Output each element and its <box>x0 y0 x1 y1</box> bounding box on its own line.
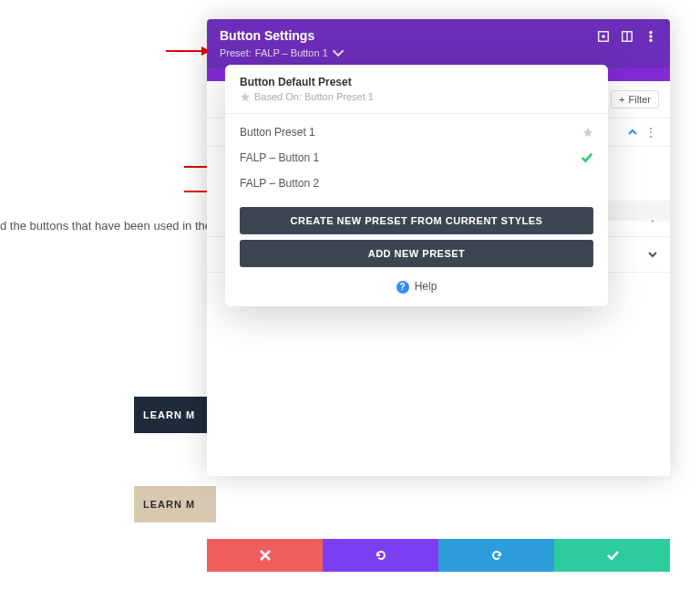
bg-button-tan[interactable]: LEARN M <box>134 486 216 522</box>
default-preset-title: Button Default Preset <box>240 76 593 88</box>
panel-header: Button Settings Preset: FALP – Button 1 <box>207 19 670 68</box>
chevron-down-icon <box>648 250 657 259</box>
svg-point-4 <box>650 31 653 34</box>
preset-item[interactable]: FALP – Button 1 <box>225 145 608 171</box>
kebab-menu-icon[interactable]: ⋮ <box>644 128 657 137</box>
panel-title: Button Settings <box>220 28 345 43</box>
chevron-up-icon[interactable] <box>628 128 637 137</box>
preset-item-label: FALP – Button 1 <box>240 151 319 164</box>
bg-description: d the buttons that have been used in the… <box>0 219 218 233</box>
cancel-button[interactable] <box>207 539 323 572</box>
help-link[interactable]: ?Help <box>225 267 608 297</box>
kebab-menu-icon[interactable] <box>644 30 657 43</box>
redo-button[interactable] <box>438 539 554 572</box>
preset-item[interactable]: FALP – Button 2 <box>225 171 608 196</box>
action-bar <box>207 539 670 572</box>
check-icon <box>605 548 620 563</box>
save-button[interactable] <box>554 539 670 572</box>
filter-label: Filter <box>629 94 651 105</box>
help-label: Help <box>415 280 438 293</box>
check-icon <box>581 151 593 164</box>
undo-button[interactable] <box>323 539 438 572</box>
preset-item-label: Button Preset 1 <box>240 126 315 139</box>
preset-prefix: Preset: <box>220 47 252 58</box>
preset-dropdown: Button Default Preset Based On: Button P… <box>225 65 608 306</box>
arrow-icon <box>166 50 210 52</box>
expand-icon[interactable] <box>597 30 610 43</box>
svg-point-6 <box>650 39 653 42</box>
create-preset-button[interactable]: CREATE NEW PRESET FROM CURRENT STYLES <box>240 207 593 234</box>
star-icon <box>240 91 251 102</box>
based-on-label: Based On: Button Preset 1 <box>254 91 374 102</box>
preset-selector[interactable]: Preset: FALP – Button 1 <box>220 47 345 59</box>
preset-name: FALP – Button 1 <box>255 47 328 58</box>
undo-icon <box>374 548 388 563</box>
bg-button-dark[interactable]: LEARN M <box>134 397 216 433</box>
grey-strip <box>597 201 670 221</box>
star-icon <box>582 127 593 138</box>
redo-icon <box>489 548 504 563</box>
close-icon <box>258 548 273 563</box>
default-preset-section[interactable]: Button Default Preset Based On: Button P… <box>225 65 608 114</box>
plus-icon: + <box>619 94 624 105</box>
help-icon: ? <box>396 281 409 294</box>
columns-icon[interactable] <box>621 30 633 43</box>
chevron-down-icon <box>332 47 345 59</box>
preset-item-label: FALP – Button 2 <box>240 177 319 190</box>
svg-point-5 <box>650 36 653 38</box>
default-preset-sub: Based On: Button Preset 1 <box>240 91 593 102</box>
preset-list: Button Preset 1 FALP – Button 1 FALP – B… <box>225 114 608 202</box>
filter-button[interactable]: + Filter <box>611 90 659 109</box>
preset-item[interactable]: Button Preset 1 <box>225 119 608 145</box>
add-preset-button[interactable]: ADD NEW PRESET <box>240 240 593 267</box>
svg-point-1 <box>602 36 605 38</box>
